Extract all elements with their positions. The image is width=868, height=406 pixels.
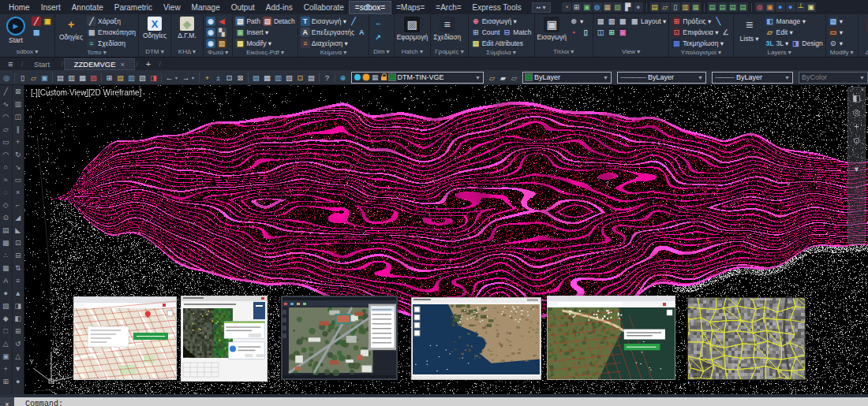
layout-icon[interactable]: ▦ — [630, 17, 639, 26]
ribbon-panel-title[interactable]: Υπολογισμοί ▾ — [669, 48, 732, 58]
sphere-blue-icon[interactable]: ● — [776, 2, 785, 12]
wedge-tool-icon[interactable]: △ — [1, 337, 11, 350]
copy-icon[interactable]: ⊞ — [104, 72, 114, 83]
copy-tool-icon[interactable]: ▥ — [13, 98, 23, 110]
menu-item-collaborate[interactable]: Collaborate — [298, 2, 350, 13]
ribbon-panel-title[interactable]: Dim ▾ — [369, 47, 393, 57]
ribbon-panel-title[interactable]: Γραμμές ▾ — [431, 47, 467, 57]
new-icon[interactable]: ▯ — [17, 72, 28, 83]
trim-tool-icon[interactable]: × — [13, 186, 23, 199]
ribbon-panel-title[interactable]: Modify ▾ — [826, 48, 858, 58]
img-detach-icon[interactable]: ▧ — [263, 17, 272, 26]
camera-blue3-icon[interactable]: ◉ — [206, 39, 215, 48]
ribbon-panel-title[interactable]: ΚΗΔ ▾ — [171, 47, 203, 57]
arc-tool-icon[interactable]: ◠ — [1, 148, 11, 161]
ribbon-panel-title[interactable]: Διάφορα ▾ — [859, 48, 868, 58]
explode-tool-icon[interactable]: ≡ — [13, 274, 23, 287]
attributes-icon[interactable]: ▤ — [471, 39, 481, 48]
line-tool-icon[interactable]: ╱ — [1, 85, 11, 98]
steering-wheel-icon[interactable]: ◎ — [853, 108, 861, 117]
gear-icon[interactable]: ⊛ — [569, 17, 578, 26]
ribbon-small-button[interactable]: ◧Manage ▾ — [765, 16, 806, 26]
command-prompt[interactable]: Command: — [25, 400, 63, 406]
menu-item-expresstools[interactable]: Express Tools — [467, 2, 527, 13]
chevron-down-icon[interactable]: ▾ — [192, 75, 196, 80]
doc-green-icon[interactable]: ▤ — [708, 2, 717, 12]
ellipse-tool-icon[interactable]: ◇ — [1, 199, 11, 211]
sketch-red-icon[interactable]: ╱ — [32, 17, 41, 26]
attached-image-cadastre-web-map[interactable] — [73, 296, 177, 380]
linetype-dropdown[interactable]: ———— ByLayer ▼ — [617, 72, 706, 84]
ribbon-panel-title[interactable]: Τίτλοι ▾ — [535, 47, 593, 57]
ribbon-small-button[interactable]: AΕπεξεργαστής — [301, 27, 354, 37]
union-tool-icon[interactable]: ◨ — [13, 300, 23, 312]
vp-single-icon[interactable]: ▦ — [618, 17, 627, 26]
text-editor-icon[interactable]: A — [301, 28, 310, 37]
ribbon-small-button[interactable]: ╱Χάραξη — [87, 16, 121, 26]
ribbon-small-button[interactable]: ⊞Πράξεις ▾ — [672, 16, 711, 26]
layer-state-icon[interactable]: ▱ — [509, 72, 519, 83]
menu-item-maps[interactable]: =Maps= — [391, 2, 430, 13]
ribbon-panel-title[interactable]: Φωτό ▾ — [204, 48, 232, 58]
mirror-tool-icon[interactable]: ◫ — [13, 110, 23, 123]
tin-blue-icon[interactable]: X — [148, 17, 162, 31]
table-tool-icon[interactable]: □ — [1, 325, 11, 337]
plot-preview-icon[interactable]: ▥ — [66, 72, 77, 83]
menu-item-parametric[interactable]: Parametric — [109, 2, 158, 13]
doc-green3-icon[interactable]: ▤ — [728, 2, 738, 12]
ribbon-panel-title[interactable]: Εικόνες-Pdf ▾ — [233, 48, 297, 58]
3dface-tool-icon[interactable]: △ — [13, 350, 23, 363]
ribbon-style-toggle[interactable]: ▪▪ ▾ — [532, 2, 551, 13]
paste-special-icon[interactable]: ▥ — [126, 72, 137, 83]
ribbon-panel-title[interactable]: Layers ▾ — [734, 48, 825, 58]
lineweight-dropdown[interactable]: ——— ByLayer ▼ — [712, 72, 793, 84]
menu-item-view[interactable]: View — [158, 2, 186, 13]
ribbon-small-button[interactable]: ▦Layout ▾ — [630, 16, 666, 26]
ribbon-button-misc-tool-icon[interactable]: × — [861, 16, 868, 33]
surface-red-icon[interactable]: ⊡ — [672, 28, 681, 37]
ribbon-panel-title[interactable]: DTM ▾ — [139, 47, 170, 57]
stamp-red-icon[interactable]: ▪ — [569, 28, 578, 37]
sphere-blue2-icon[interactable]: ● — [786, 2, 795, 12]
extend-tool-icon[interactable]: ⌐ — [13, 199, 23, 211]
point-tool-icon[interactable]: ∴ — [1, 249, 11, 262]
dim-aligned-icon[interactable]: ↗ — [372, 31, 384, 43]
vp-split-v-icon[interactable]: ▥ — [607, 17, 616, 26]
showmotion-icon[interactable]: ▾ — [855, 165, 859, 173]
ribbon-small-button[interactable]: ∠ — [721, 27, 731, 37]
attached-image-grayscale-parcel-map[interactable] — [687, 297, 806, 380]
ribbon-small-button[interactable]: ▧▾ — [829, 16, 843, 26]
speaker-red-icon[interactable]: ◀ — [217, 17, 226, 26]
layers-yellow-icon[interactable]: ▤ — [650, 2, 660, 12]
gradient-tool-icon[interactable]: ▨ — [1, 300, 11, 312]
ribbon-small-button[interactable]: ▪ — [569, 27, 578, 37]
crosshair-orange-icon[interactable]: + — [63, 17, 79, 32]
ribbon-small-button[interactable]: ╱ — [349, 16, 358, 26]
symbol-insert-icon[interactable]: ⊕ — [471, 17, 481, 26]
zoom-window-icon[interactable]: ⊡ — [224, 72, 234, 83]
pencil-blue-icon[interactable]: ╱ — [349, 17, 358, 26]
map2-icon[interactable]: ▦ — [691, 2, 701, 12]
ribbon-small-button[interactable]: ▯ — [581, 27, 590, 37]
ribbon-panel-title[interactable]: Hatch ▾ — [395, 47, 431, 57]
plumb-icon[interactable]: ┴ — [796, 2, 806, 12]
camera-blue2-icon[interactable]: ◉ — [206, 28, 215, 37]
subtract-tool-icon[interactable]: ◧ — [13, 312, 23, 325]
camera-blue-icon[interactable]: ◉ — [206, 17, 215, 26]
pan-icon[interactable]: + — [202, 72, 212, 83]
stripes-teal-icon[interactable]: ≡ — [87, 39, 96, 48]
ribbon-small-button[interactable]: ▣Insert ▾ — [235, 27, 268, 37]
layer-edit-icon[interactable]: ▱ — [765, 28, 775, 37]
ribbon-button-σχεδίαση[interactable]: ≡Σχεδίαση — [433, 16, 461, 41]
command-window-close-icon[interactable]: × — [0, 397, 14, 406]
compass-icon[interactable]: ◔ — [562, 2, 571, 12]
insert-block-tool-icon[interactable]: ▤ — [1, 224, 11, 237]
text-style-icon[interactable]: A — [357, 28, 366, 37]
layer-off-icon[interactable]: ▧ — [284, 72, 294, 83]
help-icon[interactable]: ? — [322, 72, 332, 83]
ribbon-small-button[interactable]: ╲ — [713, 16, 723, 26]
lines-stack-icon[interactable]: ≡ — [440, 17, 455, 32]
plot-icon[interactable]: ▤ — [55, 72, 65, 83]
folder-yellow-icon[interactable]: ▱ — [660, 2, 670, 12]
text-tool-icon[interactable]: A — [1, 274, 11, 287]
